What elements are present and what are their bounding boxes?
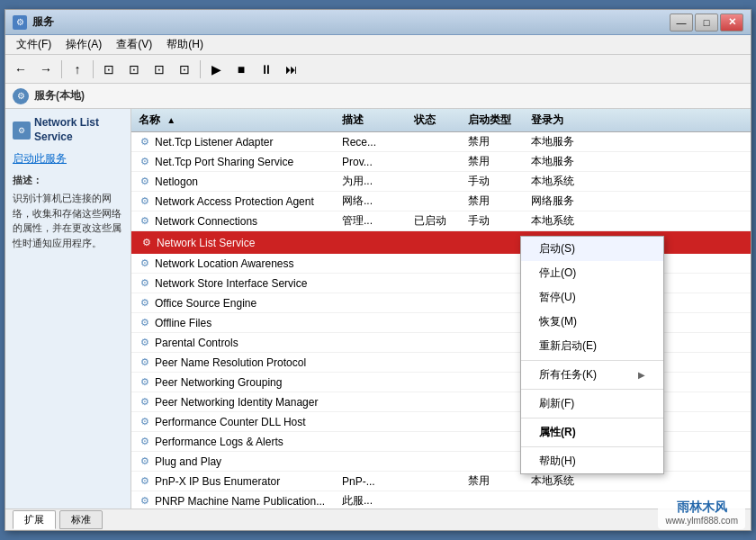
context-menu-separator bbox=[521, 360, 663, 361]
address-text: 服务(本地) bbox=[34, 88, 85, 104]
up-button[interactable]: ↑ bbox=[66, 58, 89, 80]
cell-status bbox=[410, 180, 464, 184]
menu-action[interactable]: 操作(A) bbox=[58, 35, 109, 54]
cell-startup: 禁用 bbox=[464, 192, 527, 211]
service-icon: ⚙ bbox=[139, 475, 151, 488]
tab-expand[interactable]: 扩展 bbox=[13, 510, 56, 529]
cell-desc bbox=[338, 440, 410, 444]
menu-view[interactable]: 查看(V) bbox=[109, 35, 159, 54]
cell-desc: 此服... bbox=[338, 491, 410, 508]
context-menu-separator bbox=[521, 389, 663, 390]
cell-logon: 本地系统 bbox=[527, 212, 608, 230]
cell-desc bbox=[338, 341, 410, 345]
watermark: 雨林木风 www.ylmf888.com bbox=[658, 496, 745, 529]
cell-desc bbox=[338, 302, 410, 305]
service-icon: ⚙ bbox=[139, 455, 151, 468]
menu-file[interactable]: 文件(F) bbox=[9, 35, 58, 54]
forward-button[interactable]: → bbox=[34, 58, 58, 80]
col-header-startup[interactable]: 启动类型 bbox=[464, 112, 527, 128]
left-header: ⚙ Network List Service bbox=[13, 116, 123, 144]
start-service-button[interactable]: ▶ bbox=[204, 58, 228, 80]
cell-name: ⚙ Netlogon bbox=[131, 174, 338, 190]
context-menu-item[interactable]: 停止(O) bbox=[521, 261, 663, 285]
cell-logon: 本地服务 bbox=[527, 152, 608, 171]
col-header-name[interactable]: 名称 ▲ bbox=[131, 112, 338, 128]
context-menu: 启动(S)停止(O)暂停(U)恢复(M)重新启动(E)所有任务(K)▶刷新(F)… bbox=[520, 236, 664, 474]
watermark-logo: 雨林木风 bbox=[677, 500, 727, 516]
cell-startup bbox=[464, 302, 527, 305]
table-row[interactable]: ⚙ Network Connections 管理... 已启动 手动 本地系统 bbox=[131, 212, 751, 231]
context-menu-item[interactable]: 暂停(U) bbox=[521, 285, 663, 310]
table-row[interactable]: ⚙ Network Access Protection Agent 网络... … bbox=[131, 192, 751, 212]
cell-status bbox=[410, 302, 464, 305]
maximize-button[interactable]: □ bbox=[695, 14, 718, 32]
table-row[interactable]: ⚙ Net.Tcp Port Sharing Service Prov... 禁… bbox=[131, 152, 751, 172]
cell-startup bbox=[464, 321, 527, 325]
service-icon: ⚙ bbox=[139, 436, 151, 448]
stop-service-button[interactable]: ■ bbox=[230, 58, 253, 80]
service-icon: ⚙ bbox=[139, 136, 151, 148]
service-icon: ⚙ bbox=[139, 195, 151, 208]
context-menu-item[interactable]: 帮助(H) bbox=[521, 449, 663, 473]
cell-desc: Prov... bbox=[338, 154, 410, 170]
context-menu-item[interactable]: 属性(R) bbox=[521, 420, 663, 445]
cell-logon: 网络服务 bbox=[527, 192, 608, 211]
context-menu-item[interactable]: 刷新(F) bbox=[521, 392, 663, 416]
back-button[interactable]: ← bbox=[9, 58, 32, 80]
start-service-link[interactable]: 启动此服务 bbox=[13, 151, 123, 166]
service-icon: ⚙ bbox=[139, 416, 151, 428]
cell-desc bbox=[338, 400, 410, 404]
cell-desc: PnP-... bbox=[338, 473, 410, 490]
toolbar-separator-1 bbox=[61, 60, 62, 78]
context-menu-separator bbox=[521, 446, 663, 447]
col-header-logon[interactable]: 登录为 bbox=[527, 112, 608, 128]
cell-name: ⚙ Network Store Interface Service bbox=[131, 275, 338, 292]
tab-standard[interactable]: 标准 bbox=[59, 510, 103, 529]
cell-status bbox=[410, 440, 464, 444]
cell-status bbox=[410, 200, 464, 203]
minimize-button[interactable]: — bbox=[670, 14, 693, 32]
col-header-desc[interactable]: 描述 bbox=[338, 112, 410, 128]
context-menu-item[interactable]: 启动(S) bbox=[521, 237, 663, 261]
cell-name: ⚙ Network Connections bbox=[131, 213, 338, 230]
table-row[interactable]: ⚙ Net.Tcp Listener Adapter Rece... 禁用 本地… bbox=[131, 132, 751, 152]
close-button[interactable]: ✕ bbox=[720, 14, 743, 32]
context-menu-item[interactable]: 重新启动(E) bbox=[521, 334, 663, 358]
cell-startup: 禁用 bbox=[464, 152, 527, 171]
cell-name: ⚙ Offline Files bbox=[131, 315, 338, 331]
window-controls: — □ ✕ bbox=[670, 14, 743, 32]
new-button[interactable]: ⊡ bbox=[148, 58, 171, 80]
cell-status bbox=[410, 460, 464, 464]
cell-name: ⚙ Office Source Engine bbox=[131, 295, 338, 311]
title-bar: ⚙ 服务 — □ ✕ bbox=[5, 10, 751, 35]
cell-name: ⚙ Network List Service bbox=[133, 235, 340, 251]
menu-help[interactable]: 帮助(H) bbox=[159, 35, 211, 54]
left-service-name: Network List Service bbox=[34, 116, 123, 144]
table-row[interactable]: ⚙ Netlogon 为用... 手动 本地系统 bbox=[131, 172, 751, 192]
cell-name: ⚙ Network Location Awareness bbox=[131, 256, 338, 272]
address-bar: ⚙ 服务(本地) bbox=[5, 84, 751, 109]
properties-button[interactable]: ⊡ bbox=[173, 58, 196, 80]
table-row[interactable]: ⚙ PnP-X IP Bus Enumerator PnP-... 禁用 本地系… bbox=[131, 472, 751, 491]
view-button[interactable]: ⊡ bbox=[122, 58, 146, 80]
context-menu-item[interactable]: 恢复(M) bbox=[521, 310, 663, 334]
col-header-status[interactable]: 状态 bbox=[410, 112, 464, 128]
restart-service-button[interactable]: ⏭ bbox=[280, 58, 303, 80]
cell-desc bbox=[338, 361, 410, 364]
context-menu-item[interactable]: 所有任务(K)▶ bbox=[521, 363, 663, 387]
cell-name: ⚙ Peer Networking Grouping bbox=[131, 374, 338, 391]
cell-desc: 管理... bbox=[338, 212, 410, 230]
service-icon: ⚙ bbox=[139, 495, 151, 508]
service-icon: ⚙ bbox=[139, 356, 151, 369]
cell-name: ⚙ Peer Networking Identity Manager bbox=[131, 394, 338, 410]
service-icon: ⚙ bbox=[139, 215, 151, 228]
show-hide-tree-button[interactable]: ⊡ bbox=[97, 58, 121, 80]
service-icon: ⚙ bbox=[139, 376, 151, 389]
cell-desc bbox=[338, 381, 410, 384]
cell-name: ⚙ Network Access Protection Agent bbox=[131, 194, 338, 210]
cell-startup bbox=[464, 262, 527, 266]
pause-service-button[interactable]: ⏸ bbox=[255, 58, 278, 80]
status-bar: 扩展 标准 bbox=[5, 508, 751, 530]
address-icon: ⚙ bbox=[13, 88, 29, 104]
cell-name: ⚙ PnP-X IP Bus Enumerator bbox=[131, 473, 338, 490]
